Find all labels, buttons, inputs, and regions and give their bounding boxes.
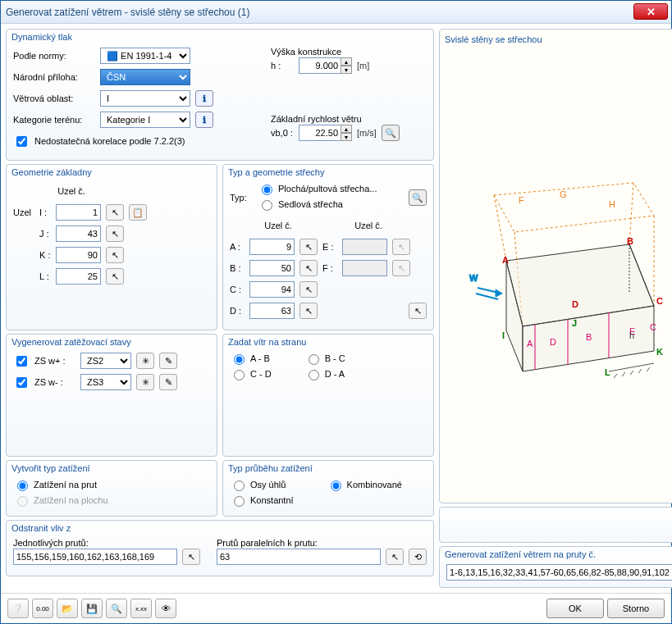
group-roof: Typ a geometrie střechy Typ: Plochá/pult… xyxy=(222,164,434,330)
svg-line-2 xyxy=(629,183,633,244)
dist-const-radio[interactable] xyxy=(234,496,245,507)
vb-down[interactable]: ▼ xyxy=(341,133,352,141)
wplus-checkbox[interactable] xyxy=(16,356,27,367)
wplus-new-button[interactable]: ✳ xyxy=(136,353,154,369)
correlation-checkbox[interactable] xyxy=(16,136,27,147)
wplus-select[interactable]: ZS2 xyxy=(80,353,131,369)
roof-a-input[interactable] xyxy=(249,239,295,255)
svg-text:K: K xyxy=(656,347,663,357)
svg-line-37 xyxy=(630,371,633,375)
svg-text:C: C xyxy=(650,322,656,332)
dist-comb-radio[interactable] xyxy=(331,481,341,491)
loadtype-member-radio[interactable] xyxy=(17,481,28,491)
cancel-button[interactable]: Storno xyxy=(607,599,665,618)
node-i-input[interactable] xyxy=(56,204,101,221)
side-cd-radio[interactable] xyxy=(234,370,245,380)
save-button[interactable]: 💾 xyxy=(81,599,103,618)
uzel-label: Uzel xyxy=(13,207,34,217)
diagram-icon: F G H xyxy=(445,48,672,498)
ok-button[interactable]: OK xyxy=(546,599,604,618)
svg-line-35 xyxy=(614,374,617,378)
remove-parallel-pick-button[interactable]: ↖ xyxy=(386,549,404,565)
remove-single-pick-button[interactable]: ↖ xyxy=(182,549,200,565)
pick-c-button[interactable]: ↖ xyxy=(299,281,318,298)
dist-axes-radio[interactable] xyxy=(234,481,245,491)
h-input[interactable] xyxy=(299,57,341,74)
svg-text:B: B xyxy=(586,332,592,342)
wminus-edit-button[interactable]: ✎ xyxy=(159,374,177,390)
h-up[interactable]: ▲ xyxy=(341,57,352,66)
zone-info-button[interactable]: ℹ xyxy=(195,90,213,107)
roof-b-input[interactable] xyxy=(249,260,295,276)
side-ab-radio[interactable] xyxy=(234,354,245,365)
list-i-button[interactable]: 📋 xyxy=(129,204,147,221)
vb-pick-button[interactable]: 🔍 xyxy=(382,125,400,141)
svg-text:A: A xyxy=(527,339,533,348)
group-geometry: Geometrie základny Uzel č. Uzel I : ↖ 📋 … xyxy=(6,164,217,330)
terrain-select[interactable]: Kategorie I xyxy=(100,112,190,128)
units-button[interactable]: 0.00 xyxy=(32,599,53,618)
preview-button[interactable]: 👁 xyxy=(155,599,176,618)
terrain-label: Kategorie terénu: xyxy=(13,115,95,125)
pick-f-button: ↖ xyxy=(392,260,410,276)
node-j-input[interactable] xyxy=(56,225,101,242)
roof-list-button[interactable]: ↖ xyxy=(409,303,427,319)
pick-l-button[interactable]: ↖ xyxy=(106,268,124,285)
zone-select[interactable]: I xyxy=(100,90,190,107)
legend: Dynamický tlak xyxy=(11,32,427,42)
pick-i-button[interactable]: ↖ xyxy=(106,204,124,221)
svg-text:D: D xyxy=(550,337,556,347)
height-legend: Výška konstrukce xyxy=(271,47,427,57)
wplus-edit-button[interactable]: ✎ xyxy=(159,353,177,369)
zone-label: Větrová oblast: xyxy=(13,93,95,103)
svg-line-1 xyxy=(494,195,506,261)
h-unit: [m] xyxy=(357,61,369,71)
side-bc-radio[interactable] xyxy=(309,354,319,365)
pick-k-button[interactable]: ↖ xyxy=(106,247,124,263)
wminus-select[interactable]: ZS3 xyxy=(80,374,131,390)
side-da-radio[interactable] xyxy=(309,370,319,380)
roof-c-input[interactable] xyxy=(249,281,295,298)
view-button[interactable]: 🔍 xyxy=(106,599,127,618)
pick-j-button[interactable]: ↖ xyxy=(106,225,124,242)
open-button[interactable]: 📂 xyxy=(57,599,78,618)
group-remove: Odstranit vliv z Jednotlivých prutů: ↖ P… xyxy=(6,520,434,576)
svg-text:D: D xyxy=(572,299,578,309)
h-down[interactable]: ▼ xyxy=(341,66,352,74)
svg-text:I: I xyxy=(502,330,505,340)
svg-line-39 xyxy=(647,367,650,371)
wminus-new-button[interactable]: ✳ xyxy=(136,374,154,390)
svg-text:W: W xyxy=(469,273,478,283)
node-k-input[interactable] xyxy=(56,247,101,263)
group-loadcases: Vygenerovat zatěžovací stavy ZS w+ : ZS2… xyxy=(6,334,217,457)
help-button[interactable]: ❔ xyxy=(7,599,29,618)
roof-gable-radio[interactable] xyxy=(262,200,272,211)
group-loaddist: Typ průběhu zatížení Osy úhlů Konstantní… xyxy=(222,460,434,517)
remove-parallel-clear-button[interactable]: ⟲ xyxy=(409,549,427,565)
group-loadtype: Vytvořit typ zatížení Zatížení na prut Z… xyxy=(6,460,217,517)
remove-parallel-input[interactable] xyxy=(217,549,381,565)
vb-up[interactable]: ▲ xyxy=(341,125,352,133)
node-l-input[interactable] xyxy=(56,268,101,285)
svg-line-33 xyxy=(476,294,498,299)
pick-a-button[interactable]: ↖ xyxy=(299,239,318,255)
roof-type-button[interactable]: 🔍 xyxy=(409,189,427,206)
group-dynamic-pressure: Dynamický tlak Podle normy: 🟦 EN 1991-1-… xyxy=(6,29,434,161)
vb-input[interactable] xyxy=(299,125,341,141)
loadtype-surface-radio xyxy=(17,496,28,507)
roof-d-input[interactable] xyxy=(249,303,295,319)
h-label: h : xyxy=(271,61,294,71)
norm-select[interactable]: 🟦 EN 1991-1-4 xyxy=(100,48,190,64)
factor-button[interactable]: x.xx xyxy=(130,599,152,618)
wminus-checkbox[interactable] xyxy=(16,377,27,388)
svg-text:L: L xyxy=(605,367,610,377)
svg-text:h: h xyxy=(629,330,634,340)
pick-b-button[interactable]: ↖ xyxy=(299,260,318,276)
result-members-input[interactable] xyxy=(446,564,672,581)
close-button[interactable]: ✕ xyxy=(633,3,668,20)
pick-d-button[interactable]: ↖ xyxy=(299,303,318,319)
remove-single-input[interactable] xyxy=(13,549,177,565)
roof-flat-radio[interactable] xyxy=(262,184,272,195)
annex-select[interactable]: ČSN xyxy=(100,69,190,85)
terrain-info-button[interactable]: ℹ xyxy=(195,112,213,128)
